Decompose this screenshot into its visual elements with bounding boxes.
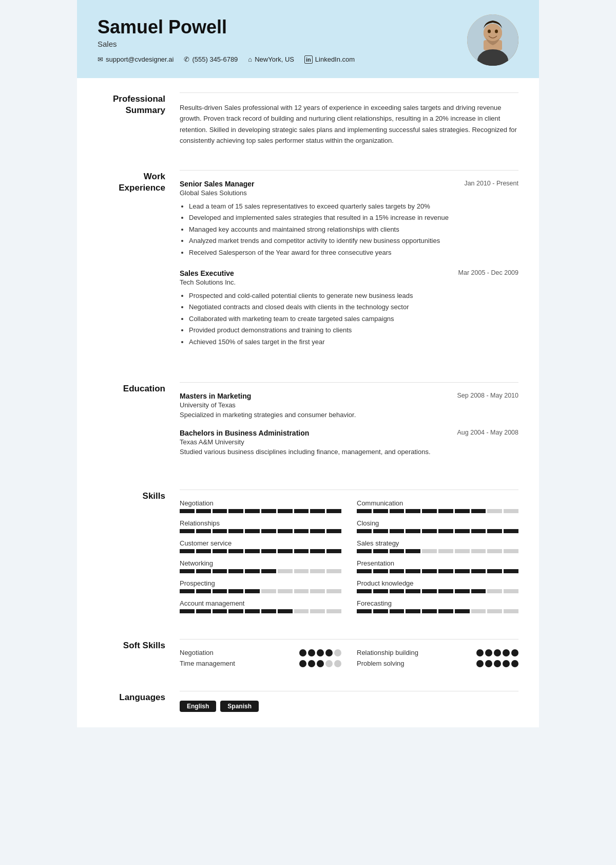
work-content: Senior Sales Manager Jan 2010 - Present … [180,170,518,359]
list-item: Received Salesperson of the Year award f… [189,247,518,258]
skill-segment [261,509,276,513]
skill-segment [504,529,518,533]
list-item: Achieved 150% of sales target in the fir… [189,336,518,347]
list-item: Managed key accounts and maintained stro… [189,224,518,235]
skill-segment [196,549,211,553]
skill-segment [228,549,243,553]
header-left: Samuel Powell Sales support@cvdesigner.a… [98,17,355,63]
edu-header: Bachelors in Business Administration Aug… [180,429,518,437]
list-item: Negotiated contracts and closed deals wi… [189,302,518,312]
soft-skills-content: Negotiation Relationship building Time m… [180,639,518,667]
skill-segment [213,509,227,513]
skill-segment [326,569,341,573]
education-section: Education Masters in Marketing Sep 2008 … [77,368,539,466]
job-date: Mar 2005 - Dec 2009 [458,269,518,276]
skill-name: Account management [180,599,341,607]
skill-segment [357,589,372,593]
skill-segment [213,549,227,553]
skill-segment [245,589,260,593]
skill-segment [487,509,502,513]
skill-segment [294,549,309,553]
skill-segment [180,529,195,533]
skill-segment [196,609,211,613]
skill-segment [278,609,293,613]
skill-segment [422,589,437,593]
edu-entry: Bachelors in Business Administration Aug… [180,429,518,456]
education-label: Education [98,382,180,466]
skill-item: Communication [357,499,518,513]
linkedin-contact: LinkedIn.com [304,55,355,63]
avatar [467,14,518,66]
skill-segment [326,529,341,533]
soft-skill-name: Negotiation [180,649,214,656]
skill-segment [471,569,486,573]
skill-item: Customer service [180,539,341,553]
skill-segment [180,549,195,553]
skill-segment [213,529,227,533]
skill-segment [471,609,486,613]
skill-segment [310,549,325,553]
candidate-name: Samuel Powell [98,17,355,37]
edu-date: Aug 2004 - May 2008 [457,429,518,436]
skill-name: Negotiation [180,499,341,507]
skill-dot [494,649,501,656]
skill-bar [357,589,518,593]
skill-segment [390,589,405,593]
job-date: Jan 2010 - Present [464,180,518,187]
skill-segment [438,549,453,553]
skill-segment [406,509,420,513]
skill-segment [228,609,243,613]
skill-item: Relationships [180,519,341,533]
location-text: NewYork, US [255,55,294,63]
skill-dot [308,649,315,656]
skill-item: Account management [180,599,341,613]
skills-label: Skills [98,490,180,615]
soft-skill-name: Problem solving [357,660,405,667]
skill-segment [310,509,325,513]
phone-contact: (555) 345-6789 [184,55,238,63]
languages-content: EnglishSpanish [180,691,518,712]
skill-item: Forecasting [357,599,518,613]
skill-segment [245,529,260,533]
skill-segment [228,589,243,593]
header-section: Samuel Powell Sales support@cvdesigner.a… [77,0,539,78]
skill-segment [326,509,341,513]
languages-label: Languages [98,691,180,712]
skill-segment [245,509,260,513]
skill-item: Negotiation [180,499,341,513]
skill-bar [180,549,341,553]
edu-header: Masters in Marketing Sep 2008 - May 2010 [180,392,518,400]
skill-item: Networking [180,559,341,573]
skill-segment [438,569,453,573]
skill-segment [455,609,470,613]
soft-skill-name: Time management [180,660,235,667]
skill-segment [373,529,388,533]
language-tag: Spanish [220,701,259,712]
job-title: Senior Sales Manager [180,180,255,188]
skill-bar [357,549,518,553]
job-bullets: Prospected and cold-called potential cli… [180,290,518,347]
svg-point-6 [495,30,498,33]
skill-segment [487,589,502,593]
skill-bar [180,589,341,593]
skill-segment [471,549,486,553]
skill-segment [471,509,486,513]
job-entry: Senior Sales Manager Jan 2010 - Present … [180,180,518,258]
skill-segment [228,569,243,573]
skill-segment [406,549,420,553]
skill-dot [476,660,484,667]
skill-segment [294,509,309,513]
linkedin-text: LinkedIn.com [315,55,355,63]
skill-name: Relationships [180,519,341,527]
skill-segment [438,609,453,613]
skill-segment [261,609,276,613]
skill-bar [180,509,341,513]
summary-label: Professional Summary [98,92,180,146]
skill-dot [476,649,484,656]
skill-bar [180,529,341,533]
skill-dot [325,660,333,667]
skill-segment [373,589,388,593]
skill-dot [511,660,518,667]
list-item: Lead a team of 15 sales representatives … [189,201,518,212]
skill-segment [294,529,309,533]
